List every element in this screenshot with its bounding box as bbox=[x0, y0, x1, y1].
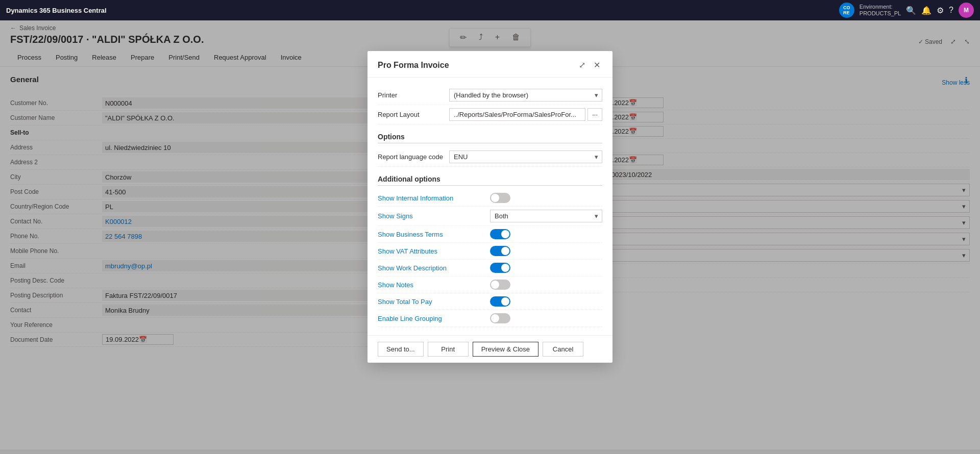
pro-forma-invoice-modal: Pro Forma Invoice ⤢ ✕ Printer (Handled b… bbox=[368, 51, 612, 363]
toggle-label-line-grouping[interactable]: Enable Line Grouping bbox=[378, 315, 490, 322]
options-section-title: Options bbox=[378, 133, 602, 143]
show-signs-dropdown-wrapper: Both bbox=[490, 210, 602, 222]
search-icon[interactable]: 🔍 bbox=[906, 6, 916, 15]
modal-header-icons: ⤢ ✕ bbox=[577, 59, 602, 71]
toggle-show-signs: Show Signs Both bbox=[378, 207, 602, 226]
modal-close-icon[interactable]: ✕ bbox=[592, 59, 602, 71]
preview-close-button[interactable]: Preview & Close bbox=[473, 342, 538, 357]
user-avatar-core[interactable]: CORE bbox=[839, 3, 854, 18]
toggle-line-grouping-slider bbox=[490, 313, 510, 323]
toggle-total-to-pay-slider bbox=[490, 296, 510, 307]
toggle-work-description[interactable] bbox=[490, 263, 510, 273]
toggle-internal-info-slider bbox=[490, 193, 510, 203]
environment-info: Environment: PRODUCTS_PL bbox=[860, 4, 901, 17]
env-label: Environment: bbox=[860, 4, 901, 10]
report-layout-text[interactable]: ../Reports/Sales/ProForma/SalesProFor... bbox=[449, 108, 585, 121]
printer-value-wrapper: (Handled by the browser) bbox=[449, 89, 602, 102]
bell-icon[interactable]: 🔔 bbox=[921, 6, 932, 15]
toggle-enable-line-grouping: Enable Line Grouping bbox=[378, 310, 602, 327]
top-bar: Dynamics 365 Business Central CORE Envir… bbox=[0, 0, 980, 20]
additional-options-section-title: Additional options bbox=[378, 175, 602, 186]
toggle-label-vat-attributes[interactable]: Show VAT Attributes bbox=[378, 247, 490, 255]
report-layout-ellipsis-button[interactable]: ··· bbox=[587, 108, 602, 121]
print-button[interactable]: Print bbox=[428, 342, 469, 357]
help-icon[interactable]: ? bbox=[949, 6, 953, 15]
report-layout-field-row: Report Layout ../Reports/Sales/ProForma/… bbox=[378, 105, 602, 124]
toggle-vat-attributes[interactable] bbox=[490, 246, 510, 256]
modal-footer: Send to... Print Preview & Close Cancel bbox=[368, 335, 612, 363]
toggle-show-vat-attributes: Show VAT Attributes bbox=[378, 243, 602, 260]
avatar-initials: CORE bbox=[843, 5, 850, 15]
toggle-show-work-description: Show Work Description bbox=[378, 260, 602, 276]
toggle-work-description-slider bbox=[490, 263, 510, 273]
toggle-internal-info[interactable] bbox=[490, 193, 510, 203]
env-name: PRODUCTS_PL bbox=[860, 10, 901, 17]
toggle-show-total-to-pay: Show Total To Pay bbox=[378, 293, 602, 310]
report-lang-label: Report language code bbox=[378, 153, 449, 161]
toggle-label-total-to-pay[interactable]: Show Total To Pay bbox=[378, 298, 490, 306]
toggle-notes-slider bbox=[490, 280, 510, 290]
printer-select[interactable]: (Handled by the browser) bbox=[449, 89, 602, 102]
toggle-label-work-description[interactable]: Show Work Description bbox=[378, 264, 490, 272]
user-avatar-m[interactable]: M bbox=[959, 3, 974, 18]
report-lang-field-row: Report language code ENU bbox=[378, 147, 602, 167]
avatar-m-initials: M bbox=[964, 7, 969, 14]
printer-field-row: Printer (Handled by the browser) bbox=[378, 86, 602, 105]
toggle-vat-attributes-slider bbox=[490, 246, 510, 256]
toggle-show-notes: Show Notes bbox=[378, 276, 602, 293]
toggle-line-grouping[interactable] bbox=[490, 313, 510, 323]
printer-dropdown[interactable]: (Handled by the browser) bbox=[449, 89, 602, 102]
toggle-label-internal-info[interactable]: Show Internal Information bbox=[378, 194, 490, 202]
report-lang-value-wrapper: ENU bbox=[449, 150, 602, 163]
toggle-label-notes[interactable]: Show Notes bbox=[378, 281, 490, 289]
show-signs-select[interactable]: Both bbox=[490, 210, 602, 222]
toggle-business-terms-slider bbox=[490, 229, 510, 239]
report-layout-label: Report Layout bbox=[378, 111, 449, 118]
modal-body: Printer (Handled by the browser) Report … bbox=[368, 78, 612, 335]
toggle-total-to-pay[interactable] bbox=[490, 296, 510, 307]
modal-overlay: Pro Forma Invoice ⤢ ✕ Printer (Handled b… bbox=[0, 20, 980, 449]
toggle-notes[interactable] bbox=[490, 280, 510, 290]
app-name: Dynamics 365 Business Central bbox=[6, 7, 107, 14]
toggle-business-terms[interactable] bbox=[490, 229, 510, 239]
toggle-show-internal-info: Show Internal Information bbox=[378, 190, 602, 207]
show-signs-dropdown[interactable]: Both bbox=[490, 210, 602, 222]
modal-title: Pro Forma Invoice bbox=[378, 61, 577, 70]
modal-expand-icon[interactable]: ⤢ bbox=[577, 59, 587, 71]
modal-header: Pro Forma Invoice ⤢ ✕ bbox=[368, 51, 612, 78]
printer-label: Printer bbox=[378, 91, 449, 99]
report-layout-value-wrapper: ../Reports/Sales/ProForma/SalesProFor...… bbox=[449, 108, 602, 121]
settings-icon[interactable]: ⚙ bbox=[937, 6, 944, 15]
toggle-label-business-terms[interactable]: Show Business Terms bbox=[378, 231, 490, 238]
report-lang-dropdown[interactable]: ENU bbox=[449, 150, 602, 163]
toggle-show-business-terms: Show Business Terms bbox=[378, 226, 602, 243]
report-lang-select[interactable]: ENU bbox=[449, 150, 602, 163]
toggle-label-signs[interactable]: Show Signs bbox=[378, 212, 490, 220]
send-to-button[interactable]: Send to... bbox=[378, 342, 424, 357]
cancel-button[interactable]: Cancel bbox=[543, 342, 583, 357]
